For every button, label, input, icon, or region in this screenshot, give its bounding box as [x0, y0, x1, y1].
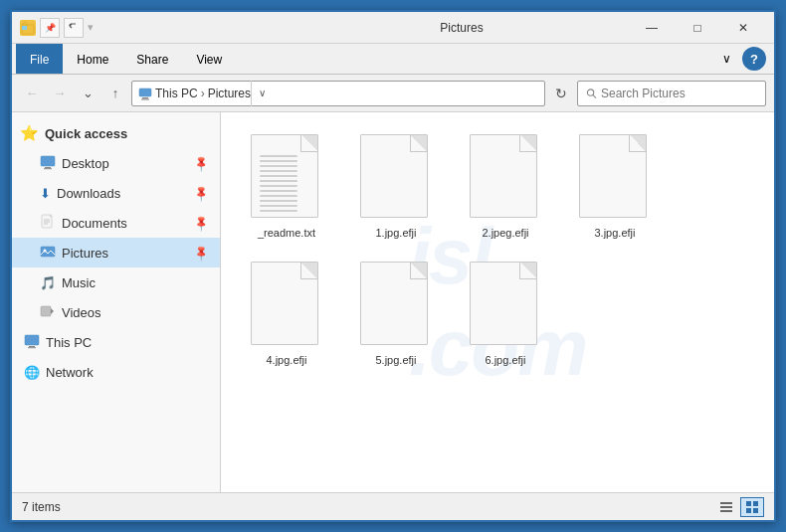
quick-access-pin-icon[interactable]: 📌: [40, 18, 60, 38]
item-count: 7 items: [22, 500, 61, 514]
help-button[interactable]: ?: [742, 47, 766, 71]
svg-rect-19: [29, 346, 35, 347]
svg-point-5: [587, 89, 593, 94]
recent-locations-button[interactable]: ⌄: [76, 82, 99, 105]
svg-rect-23: [720, 510, 732, 512]
path-computer-icon: [138, 86, 155, 100]
close-button[interactable]: ✕: [720, 12, 766, 44]
path-separator: ›: [201, 87, 205, 100]
minimize-button[interactable]: —: [629, 12, 675, 44]
file-name-2: 2.jpeg.efji: [482, 226, 528, 240]
tab-home[interactable]: Home: [63, 44, 122, 74]
sidebar-item-desktop[interactable]: Desktop 📌: [12, 148, 220, 178]
svg-rect-2: [139, 89, 151, 96]
title-bar-controls: — □ ✕: [629, 12, 766, 44]
breadcrumb-pictures[interactable]: Pictures: [208, 87, 251, 100]
sidebar-item-videos-label: Videos: [62, 305, 101, 320]
svg-rect-4: [141, 98, 149, 99]
sidebar-item-network-label: Network: [46, 365, 94, 380]
sidebar-item-quick-access[interactable]: ⭐ Quick access: [12, 118, 220, 148]
pictures-icon: [40, 244, 56, 263]
title-bar: 📌 ▾ Pictures — □ ✕: [12, 12, 774, 44]
file-area: isl.com: [221, 112, 774, 492]
main-content: ⭐ Quick access Desktop 📌 ⬇ Downloads 📌: [12, 112, 774, 492]
file-icon-2: [470, 134, 541, 222]
ribbon: File Home Share View ∨ ?: [12, 44, 774, 75]
svg-line-6: [593, 94, 596, 97]
sidebar-item-documents[interactable]: Documents 📌: [12, 208, 220, 238]
sidebar-item-pictures[interactable]: Pictures 📌: [12, 238, 220, 267]
svg-rect-21: [720, 502, 732, 504]
maximize-button[interactable]: □: [675, 12, 720, 44]
documents-icon: [40, 214, 56, 233]
sidebar-item-videos[interactable]: Videos: [12, 297, 220, 327]
videos-icon: [40, 303, 56, 322]
tab-view[interactable]: View: [182, 44, 236, 74]
pin-icon-documents: 📌: [191, 213, 210, 232]
svg-rect-22: [720, 506, 732, 508]
address-path[interactable]: This PC › Pictures ∨: [131, 81, 545, 106]
quick-access-icon: ⭐: [20, 124, 39, 142]
svg-marker-17: [51, 308, 54, 314]
file-name-5: 5.jpg.efji: [376, 353, 417, 367]
sidebar-item-pictures-label: Pictures: [62, 246, 108, 261]
downloads-icon: ⬇: [40, 186, 51, 201]
title-dropdown-icon[interactable]: ▾: [88, 21, 94, 34]
tab-share[interactable]: Share: [122, 44, 182, 74]
file-name-3: 3.jpg.efji: [595, 226, 636, 240]
pin-icon-pictures: 📌: [191, 243, 210, 262]
sidebar-item-documents-label: Documents: [62, 216, 127, 231]
svg-rect-7: [41, 156, 55, 166]
sidebar-item-music-label: Music: [62, 275, 96, 290]
undo-icon[interactable]: [64, 18, 84, 38]
file-item-6[interactable]: 6.jpg.efji: [456, 256, 555, 373]
music-icon: 🎵: [40, 275, 56, 290]
breadcrumb-this-pc[interactable]: This PC: [155, 87, 198, 100]
file-item-2[interactable]: 2.jpeg.efji: [456, 128, 555, 246]
sidebar-item-this-pc[interactable]: This PC: [12, 327, 220, 357]
svg-rect-26: [746, 508, 751, 513]
forward-button[interactable]: →: [48, 82, 72, 105]
file-item-1[interactable]: 1.jpg.efji: [346, 128, 446, 246]
sidebar-item-network[interactable]: 🌐 Network: [12, 357, 220, 387]
sidebar-item-quick-access-label: Quick access: [45, 126, 127, 141]
status-bar: 7 items: [12, 492, 774, 520]
ribbon-tabs: File Home Share View ∨ ?: [12, 44, 774, 74]
svg-rect-3: [142, 97, 148, 99]
file-icon-3: [579, 134, 651, 222]
svg-rect-14: [41, 247, 55, 257]
view-list-button[interactable]: [714, 497, 738, 517]
back-button[interactable]: ←: [20, 82, 44, 105]
search-input[interactable]: [601, 87, 757, 100]
svg-rect-1: [22, 26, 27, 30]
svg-rect-16: [41, 306, 51, 316]
explorer-window: 📌 ▾ Pictures — □ ✕ File Home Share View …: [10, 10, 776, 522]
file-item-5[interactable]: 5.jpg.efji: [346, 256, 446, 373]
search-box[interactable]: [577, 81, 766, 106]
status-bar-right: [714, 497, 764, 517]
sidebar-item-downloads-label: Downloads: [57, 186, 120, 201]
file-item-readme[interactable]: _readme.txt: [237, 128, 336, 246]
file-item-4[interactable]: 4.jpg.efji: [237, 256, 336, 373]
sidebar-item-this-pc-label: This PC: [46, 335, 92, 350]
sidebar-item-desktop-label: Desktop: [62, 156, 109, 171]
network-icon: 🌐: [24, 365, 40, 380]
pin-icon-desktop: 📌: [191, 153, 210, 172]
view-list-icon: [719, 500, 733, 514]
file-icon-1: [360, 134, 432, 222]
desktop-icon: [40, 154, 56, 173]
up-button[interactable]: ↑: [103, 82, 127, 105]
path-dropdown-button[interactable]: ∨: [251, 81, 273, 106]
file-item-3[interactable]: 3.jpg.efji: [565, 128, 665, 246]
sidebar-item-music[interactable]: 🎵 Music: [12, 267, 220, 297]
ribbon-collapse-icon[interactable]: ∨: [714, 47, 738, 71]
refresh-button[interactable]: ↻: [549, 82, 573, 105]
file-name-readme: _readme.txt: [258, 226, 315, 240]
tab-file[interactable]: File: [16, 44, 63, 74]
file-icon-5: [360, 262, 432, 349]
view-large-icons-button[interactable]: [740, 497, 764, 517]
sidebar: ⭐ Quick access Desktop 📌 ⬇ Downloads 📌: [12, 112, 221, 492]
svg-rect-20: [28, 347, 36, 348]
sidebar-item-downloads[interactable]: ⬇ Downloads 📌: [12, 178, 220, 208]
file-icon-6: [470, 262, 541, 349]
